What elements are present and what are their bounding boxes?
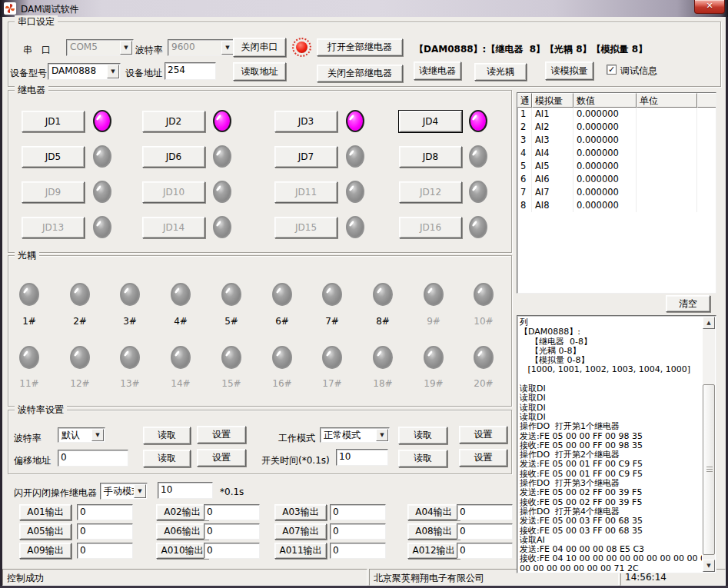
relay-button-JD10[interactable]: JD10 xyxy=(142,181,205,203)
relay-button-JD6[interactable]: JD6 xyxy=(142,146,205,168)
analog-col-header[interactable]: 数值 xyxy=(573,93,637,108)
output-button-A04输出[interactable]: A04输出 xyxy=(407,504,460,520)
output-input-A02输出[interactable]: 0 xyxy=(204,504,260,520)
baud-rate-select[interactable]: 9600 ▼ xyxy=(168,39,235,56)
baudrate-value: 默认 xyxy=(61,429,80,442)
log-line: [1000, 1001, 1002, 1003, 1004, 1000] xyxy=(520,365,702,374)
device-addr-input[interactable]: 254 xyxy=(165,62,216,80)
output-input-A012输出[interactable]: 0 xyxy=(457,543,513,559)
close-serial-button[interactable]: 关闭串口 xyxy=(233,38,286,57)
log-scrollbar[interactable]: ▲ ▼ xyxy=(703,317,715,572)
read-analog-button[interactable]: 读模拟量 xyxy=(545,61,593,80)
output-button-A012输出[interactable]: A012输出 xyxy=(407,543,460,559)
output-input-A05输出[interactable]: 0 xyxy=(77,523,133,540)
opto-led-4# xyxy=(171,283,191,306)
output-input-A010输出[interactable]: 0 xyxy=(204,543,260,559)
baudrate-set-button[interactable]: 设置 xyxy=(197,426,246,443)
output-button-A08输出[interactable]: A08输出 xyxy=(407,523,460,540)
work-mode-select[interactable]: 正常模式 ▼ xyxy=(320,427,390,443)
offset-set-button[interactable]: 设置 xyxy=(197,449,246,467)
analog-col-header[interactable]: 单位 xyxy=(637,93,697,108)
scroll-up-icon[interactable]: ▲ xyxy=(703,317,715,329)
table-cell: AI4 xyxy=(532,147,573,160)
opto-label-16#: 16# xyxy=(263,378,301,389)
baudrate-select[interactable]: 默认 ▼ xyxy=(58,427,105,443)
output-button-A09输出[interactable]: A09输出 xyxy=(19,543,71,559)
offset-read-button[interactable]: 读取 xyxy=(143,450,191,467)
com-port-select[interactable]: COM5 ▼ xyxy=(66,39,134,56)
serial-group-label: 串口设定 xyxy=(15,15,58,28)
output-button-A07输出[interactable]: A07输出 xyxy=(274,523,327,540)
relay-button-JD9[interactable]: JD9 xyxy=(22,181,85,203)
switch-time-set-button[interactable]: 设置 xyxy=(459,449,507,467)
output-input-A01输出[interactable]: 0 xyxy=(77,504,133,520)
table-cell: 5 xyxy=(517,160,532,173)
output-input-A08输出[interactable]: 0 xyxy=(457,523,513,540)
relay-button-JD12[interactable]: JD12 xyxy=(399,181,462,203)
device-model-select[interactable]: DAM0888 ▼ xyxy=(48,63,121,80)
output-button-A010输出[interactable]: A010输出 xyxy=(156,543,208,559)
baudrate-read-button[interactable]: 读取 xyxy=(143,427,191,444)
analog-col-header[interactable] xyxy=(697,93,716,108)
relay-button-JD13[interactable]: JD13 xyxy=(22,217,85,238)
clear-log-button[interactable]: 清空 xyxy=(666,295,710,312)
scroll-thumb[interactable] xyxy=(703,384,715,555)
output-button-A011输出[interactable]: A011输出 xyxy=(274,543,327,559)
table-cell xyxy=(697,121,716,134)
log-line: 发送:FE 04 00 00 00 08 E5 C3 xyxy=(520,545,702,554)
open-all-relays-button[interactable]: 打开全部继电器 xyxy=(317,38,403,56)
output-button-A01输出[interactable]: A01输出 xyxy=(19,504,71,520)
table-cell xyxy=(637,147,697,160)
read-relay-button[interactable]: 读继电器 xyxy=(414,61,461,80)
device-model-value: DAM0888 xyxy=(52,65,96,76)
output-button-A05输出[interactable]: A05输出 xyxy=(19,523,71,540)
switch-time-read-button[interactable]: 读取 xyxy=(398,450,447,467)
opto-led-11# xyxy=(19,346,39,369)
output-button-A03输出[interactable]: A03输出 xyxy=(274,504,327,520)
work-mode-read-button[interactable]: 读取 xyxy=(398,427,447,444)
log-line: 读取DI xyxy=(520,394,702,403)
offset-addr-label: 偏移地址 xyxy=(14,454,51,467)
output-input-A011输出[interactable]: 0 xyxy=(330,543,386,559)
output-button-A02输出[interactable]: A02输出 xyxy=(156,504,208,520)
output-input-A04输出[interactable]: 0 xyxy=(457,504,513,520)
relay-button-JD16[interactable]: JD16 xyxy=(399,217,462,238)
relay-button-JD8[interactable]: JD8 xyxy=(399,146,462,168)
table-row: 2AI20.000000 xyxy=(517,121,716,134)
relay-button-JD11[interactable]: JD11 xyxy=(274,181,337,203)
analog-col-header[interactable]: 模拟量 xyxy=(532,93,573,108)
chevron-down-icon: ▼ xyxy=(91,429,104,441)
opto-label-9#: 9# xyxy=(414,316,453,327)
relay-button-JD2[interactable]: JD2 xyxy=(142,111,205,132)
close-all-relays-button[interactable]: 关闭全部继电器 xyxy=(317,65,403,82)
relay-button-JD15[interactable]: JD15 xyxy=(274,217,337,238)
close-button[interactable]: ✕ xyxy=(694,0,725,14)
analog-col-header[interactable]: 通 xyxy=(517,93,532,108)
read-addr-button[interactable]: 读取地址 xyxy=(233,62,286,81)
table-cell: AI7 xyxy=(532,186,573,199)
work-mode-set-button[interactable]: 设置 xyxy=(459,426,507,443)
flash-time-input[interactable]: 10 xyxy=(158,482,213,499)
offset-addr-input[interactable]: 0 xyxy=(58,450,128,467)
read-opto-button[interactable]: 读光耦 xyxy=(474,63,527,81)
flash-mode-select[interactable]: 手动模式 ▼ xyxy=(100,483,148,500)
table-cell: 6 xyxy=(517,173,532,186)
debug-info-checkbox[interactable]: ✓ xyxy=(607,65,617,75)
scroll-down-icon[interactable]: ▼ xyxy=(703,560,715,572)
relay-button-JD4[interactable]: JD4 xyxy=(399,111,462,132)
relay-button-JD3[interactable]: JD3 xyxy=(274,111,337,132)
relay-button-JD7[interactable]: JD7 xyxy=(274,146,337,168)
output-input-A09输出[interactable]: 0 xyxy=(77,543,133,559)
opto-label-3#: 3# xyxy=(111,316,149,327)
relay-button-JD1[interactable]: JD1 xyxy=(22,111,85,132)
switch-time-input[interactable]: 10 xyxy=(336,449,388,466)
output-input-A07输出[interactable]: 0 xyxy=(330,523,386,540)
relay-led-JD9 xyxy=(93,181,111,203)
relay-button-JD5[interactable]: JD5 xyxy=(22,146,85,168)
output-button-A06输出[interactable]: A06输出 xyxy=(156,523,208,540)
output-input-A06输出[interactable]: 0 xyxy=(204,523,260,540)
relay-button-JD14[interactable]: JD14 xyxy=(142,217,205,238)
output-input-A03输出[interactable]: 0 xyxy=(330,504,386,520)
table-cell: 0.000000 xyxy=(573,199,637,212)
relay-group-label: 继电器 xyxy=(15,84,48,97)
